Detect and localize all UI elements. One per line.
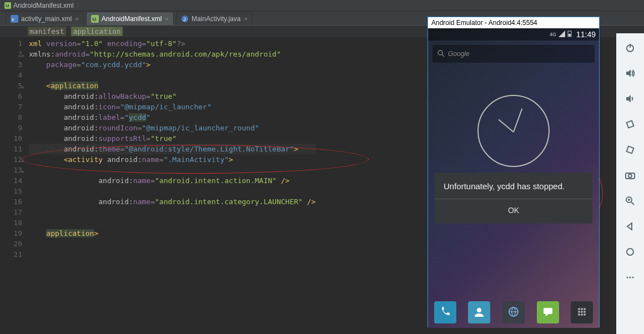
svg-point-19 [578,308,580,310]
home-button[interactable] [623,245,637,260]
code-line[interactable]: <application [29,80,316,91]
android-emulator: Android Emulator - Android4.4:5554 4G 11… [427,17,600,327]
tab-mainactivity-java[interactable]: JMainActivity.java× [176,12,253,25]
google-search[interactable]: Google [432,45,595,63]
svg-text:J: J [183,17,186,22]
dock-app-apps[interactable] [571,301,593,323]
svg-point-43 [630,276,631,278]
svg-point-22 [578,311,580,313]
xml-file-icon: x [11,15,18,23]
code-line[interactable]: android:roundIcon="@mipmap/ic_launcher_r… [29,123,316,133]
code-line[interactable] [29,70,316,80]
tab-label: AndroidManifest.xml [102,15,162,23]
breadcrumb: M AndroidManifest.xml 〉 [0,0,644,11]
svg-rect-10 [568,34,571,36]
java-file-icon: J [181,15,189,23]
fold-icon[interactable] [21,82,27,87]
fold-icon[interactable] [21,50,27,55]
line-gutter: 123456789101112131415161718192021 [0,37,26,260]
phone-icon [439,306,451,320]
home-icon [625,246,636,259]
fold-icon[interactable] [21,166,27,171]
tab-label: activity_main.xml [21,15,72,23]
emulator-screen[interactable]: 4G 11:49 Google Unfortunately, ycdd has … [428,28,599,328]
manifest-file-icon: M [4,2,11,9]
rotate-left-button[interactable] [623,118,637,132]
camera-icon [625,170,636,183]
crash-dialog-ok-button[interactable]: OK [444,199,583,215]
apps-icon [576,306,588,320]
vol-up-icon [625,68,636,80]
code-line[interactable]: application> [29,228,316,239]
svg-point-11 [438,50,442,55]
breadcrumb-chevron-icon: 〉 [76,1,83,10]
web-icon [507,306,520,320]
back-button[interactable] [623,220,637,234]
code-line[interactable] [29,217,316,228]
tab-close-icon[interactable]: × [165,16,169,22]
zoom-button[interactable] [623,194,637,209]
svg-rect-33 [627,146,634,153]
status-time: 11:49 [576,30,596,39]
search-icon [437,49,445,59]
code-line[interactable] [29,239,316,249]
code-line[interactable]: xml version="1.0" encoding="utf-8"?> [29,38,316,49]
path-manifest[interactable]: manifest [28,27,66,36]
path-application[interactable]: application [71,27,122,36]
clock-widget[interactable] [477,95,550,167]
svg-point-25 [578,313,580,316]
more-icon [625,272,636,285]
svg-marker-18 [546,314,549,316]
search-placeholder: Google [448,50,470,58]
tab-close-icon[interactable]: × [75,16,78,22]
tab-androidmanifest-xml[interactable]: MAndroidManifest.xml× [86,12,174,25]
code-line[interactable]: android:allowBackup="true" [29,91,316,102]
messages-icon [542,306,554,320]
svg-marker-31 [626,95,631,103]
code-line[interactable]: android:icon="@mipmap/ic_launcher" [29,102,316,112]
code-line[interactable] [29,186,316,196]
emulator-title: Android Emulator - Android4.4:5554 [428,17,599,28]
vol-down-icon [625,93,636,106]
code-line[interactable]: android:label="ycdd" [29,112,316,123]
dock-app-contacts[interactable] [468,301,490,323]
svg-rect-17 [544,308,552,314]
vol-up-button[interactable] [623,67,637,81]
contacts-icon [473,306,485,320]
breadcrumb-file: AndroidManifest.xml [13,2,74,9]
code-line[interactable]: android:name="android.intent.category.LA… [29,196,316,207]
code-line[interactable]: android:name="android.intent.action.MAIN… [29,175,316,186]
code-line[interactable]: package="com.ycdd.ycdd"> [29,59,316,70]
rotate-left-icon [625,119,636,131]
crash-dialog-text: Unfortunately, ycdd has stopped. [444,181,583,191]
svg-point-41 [627,249,633,255]
dock-app-web[interactable] [502,301,525,323]
network-4g-icon: 4G [550,32,556,37]
svg-point-24 [583,311,586,313]
app-dock [428,297,599,328]
tab-activity_main-xml[interactable]: xactivity_main.xml× [6,12,84,25]
code-line[interactable] [29,249,316,260]
rotate-right-icon [625,144,636,157]
svg-text:M: M [6,3,9,8]
power-button[interactable] [623,41,637,55]
code-line[interactable] [29,207,316,217]
code-line[interactable]: xmlns:android="http://schemas.android.co… [29,49,316,59]
annotation-ellipse-code [22,145,369,174]
svg-point-35 [628,174,632,178]
svg-point-23 [581,311,583,313]
rotate-right-button[interactable] [623,143,637,158]
vol-down-button[interactable] [623,92,637,107]
dock-app-phone[interactable] [434,301,456,323]
svg-point-26 [581,313,583,316]
code-line[interactable]: android:supportsRtl="true" [29,133,316,144]
dock-app-messages[interactable] [537,301,559,323]
camera-button[interactable] [623,169,637,183]
crash-dialog: Unfortunately, ycdd has stopped. OK [435,173,592,224]
more-button[interactable] [623,271,637,285]
svg-line-37 [631,202,634,205]
zoom-icon [625,195,636,208]
battery-icon [567,31,572,39]
tab-close-icon[interactable]: × [244,16,247,22]
svg-point-13 [477,308,481,312]
